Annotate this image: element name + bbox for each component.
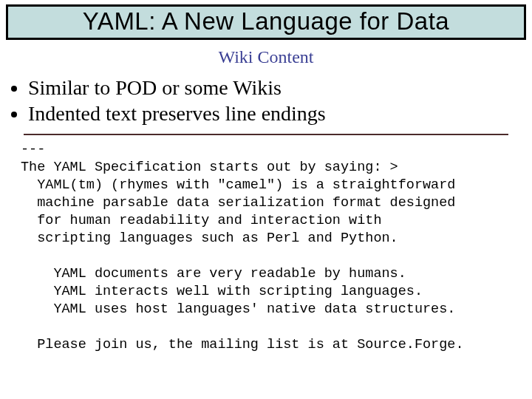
slide-title: YAML: A New Language for Data (14, 7, 518, 36)
bullet-list: Similar to POD or some Wikis Indented te… (6, 75, 526, 126)
title-bar: YAML: A New Language for Data (6, 4, 526, 40)
list-item: Indented text preserves line endings (28, 100, 526, 126)
list-item: Similar to POD or some Wikis (28, 75, 526, 100)
horizontal-rule (24, 134, 508, 135)
code-block: --- The YAML Specification starts out by… (21, 141, 526, 355)
slide: YAML: A New Language for Data Wiki Conte… (0, 0, 532, 399)
slide-subtitle: Wiki Content (6, 47, 526, 67)
